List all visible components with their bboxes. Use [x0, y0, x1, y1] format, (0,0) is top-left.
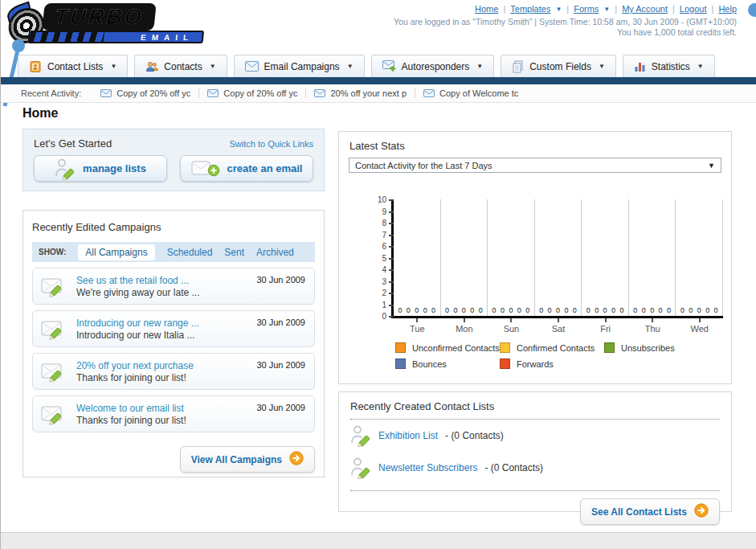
campaign-subtitle: Thanks for joining our list!: [76, 372, 194, 384]
contact-list-link[interactable]: Exhibition List: [378, 430, 438, 441]
nav-tab-label: Contact Lists: [47, 61, 103, 72]
recent-activity-link: Copy of 20% off yc: [223, 88, 297, 98]
create-an-email-button[interactable]: create an email: [180, 155, 313, 182]
filter-tab-all-campaigns[interactable]: All Campaigns: [78, 244, 154, 260]
y-axis-tick: 6: [370, 242, 394, 251]
legend-swatch: [604, 342, 615, 353]
campaign-date: 30 Jun 2009: [256, 275, 305, 285]
envelope-plus-icon: [191, 160, 220, 178]
autoresponder-icon: [382, 60, 396, 72]
nav-tab-autoresponders[interactable]: Autoresponders▼: [371, 55, 495, 77]
legend-swatch: [500, 358, 510, 369]
contact-list-row: Newsletter Subscribers - (0 Contacts): [350, 452, 720, 484]
manage-lists-button[interactable]: manage lists: [34, 155, 167, 182]
header-link-logout[interactable]: Logout: [680, 4, 707, 14]
campaign-subtitle: We're giving away our late ...: [76, 287, 199, 299]
envelope-small-icon: [100, 89, 112, 97]
recent-activity-item[interactable]: 20% off your next p: [306, 88, 415, 98]
campaign-date: 30 Jun 2009: [256, 360, 305, 370]
campaign-row[interactable]: See us at the retail food ...We're givin…: [32, 268, 315, 305]
envelope-pencil-icon: [41, 360, 68, 383]
switch-to-quick-links[interactable]: Switch to Quick Links: [229, 139, 313, 149]
stats-report-dropdown[interactable]: Contact Activity for the Last 7 Days ▼: [349, 158, 721, 173]
nav-separator: |: [712, 4, 714, 14]
x-axis-label-sun: Sun: [488, 318, 535, 334]
logo-text-email: EMAIL: [141, 33, 194, 42]
see-all-contact-lists-label: See All Contact Lists: [591, 506, 687, 518]
stats-dropdown-value: Contact Activity for the Last 7 Days: [355, 161, 492, 170]
header-link-home[interactable]: Home: [475, 4, 498, 14]
legend-item-unconfirmed-contacts: Unconfirmed Contacts: [395, 342, 500, 353]
tick-mark: [389, 316, 394, 318]
campaign-date: 30 Jun 2009: [256, 403, 305, 412]
chart-day-group-mon: 00000: [441, 199, 488, 316]
tick-mark: [389, 269, 394, 271]
envelope-small-icon: [423, 89, 435, 97]
contact-list-count: - (0 Contacts): [484, 462, 543, 473]
chevron-down-icon: ▼: [599, 63, 605, 70]
y-axis-tick: 9: [370, 207, 394, 216]
tick-mark: [389, 305, 394, 306]
legend-item-forwards: Forwards: [500, 358, 604, 369]
header-link-my-account[interactable]: My Account: [622, 4, 668, 14]
contact-lists-panel-title: Recently Created Contact Lists: [350, 400, 720, 412]
chevron-down-icon: ▼: [708, 162, 715, 170]
main-nav-tabs: Contact Lists▼Contacts▼Email Campaigns▼A…: [18, 55, 715, 77]
campaign-row[interactable]: Introducing our new range ...Introducing…: [32, 310, 315, 347]
header-nav-links: Home|Templates▼|Forms▼|My Account|Logout…: [475, 4, 737, 14]
header-link-templates[interactable]: Templates: [510, 4, 550, 14]
arrow-circle-icon: [289, 451, 304, 468]
recent-activity-item[interactable]: Copy of 20% off yc: [92, 88, 199, 98]
turbo-email-logo: TURBO EMAIL: [5, 3, 219, 45]
y-axis-tick: 0: [370, 312, 394, 321]
nav-separator: |: [503, 4, 505, 14]
envelope-small-icon: [314, 89, 325, 97]
nav-tab-statistics[interactable]: Statistics▼: [623, 55, 715, 77]
filter-tab-scheduled[interactable]: Scheduled: [167, 247, 213, 258]
header-link-help[interactable]: Help: [718, 4, 737, 14]
contact-list-link[interactable]: Newsletter Subscribers: [378, 462, 477, 473]
tick-mark: [389, 211, 394, 213]
credits-text: You have 1,000 total credits left.: [617, 27, 737, 37]
campaign-row[interactable]: Welcome to our email listThanks for join…: [32, 395, 315, 432]
dotted-divider: [350, 490, 720, 491]
chevron-down-icon: ▼: [603, 6, 610, 13]
filter-tab-sent[interactable]: Sent: [224, 247, 244, 258]
campaigns-filter-bar: SHOW: All CampaignsScheduledSentArchived: [32, 242, 315, 262]
tick-mark: [389, 223, 394, 224]
view-all-campaigns-button[interactable]: View All Campaigns: [180, 446, 315, 473]
nav-tab-contact-lists[interactable]: Contact Lists▼: [18, 55, 128, 77]
legend-swatch: [500, 342, 510, 353]
data-value-labels: 00000: [676, 306, 722, 314]
see-all-contact-lists-button[interactable]: See All Contact Lists: [580, 498, 720, 525]
legend-item-bounces: Bounces: [395, 358, 500, 369]
nav-tab-custom-fields[interactable]: Custom Fields▼: [501, 55, 616, 77]
legend-item-confirmed-contacts: Confirmed Contacts: [500, 342, 604, 353]
recently-edited-campaigns-panel: Recently Edited Campaigns SHOW: All Camp…: [22, 210, 325, 477]
campaign-title-link[interactable]: Introducing our new range ...: [76, 318, 199, 329]
recent-activity-label: Recent Activity:: [21, 88, 81, 98]
envelope-pencil-icon: [41, 318, 68, 340]
nav-tab-label: Autoresponders: [402, 61, 470, 72]
data-value-labels: 00000: [629, 306, 676, 314]
nav-separator: |: [672, 4, 675, 14]
envelope-pencil-icon: [41, 403, 68, 425]
campaign-title-link[interactable]: 20% off your next purchase: [76, 360, 194, 371]
campaign-title-link[interactable]: Welcome to our email list: [76, 403, 184, 414]
login-status-text: You are logged in as "Timothy Smith" | S…: [394, 17, 737, 27]
tick-mark: [389, 246, 394, 248]
contact-list-row: Exhibition List - (0 Contacts): [350, 420, 720, 452]
y-axis-tick: 5: [370, 254, 394, 263]
recent-activity-item[interactable]: Copy of Welcome tc: [415, 88, 526, 98]
recent-activity-item[interactable]: Copy of 20% off yc: [199, 88, 306, 98]
y-axis-tick: 10: [370, 195, 394, 204]
campaign-title-link[interactable]: See us at the retail food ...: [76, 275, 189, 286]
chevron-down-icon: ▼: [110, 63, 116, 70]
recent-activity-bar: Recent Activity: Copy of 20% off ycCopy …: [1, 84, 756, 103]
campaign-row[interactable]: 20% off your next purchaseThanks for joi…: [32, 353, 315, 390]
chevron-down-icon: ▼: [210, 63, 216, 70]
filter-tab-archived[interactable]: Archived: [256, 247, 294, 258]
nav-tab-email-campaigns[interactable]: Email Campaigns▼: [234, 55, 365, 77]
nav-tab-contacts[interactable]: Contacts▼: [134, 55, 227, 77]
header-link-forms[interactable]: Forms: [574, 4, 599, 14]
